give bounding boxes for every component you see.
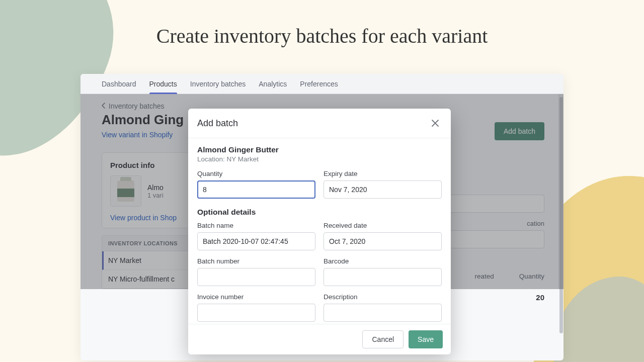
quantity-label: Quantity bbox=[197, 170, 315, 177]
expiry-date-input[interactable] bbox=[324, 180, 442, 199]
invoice-number-label: Invoice number bbox=[197, 293, 315, 301]
description-input[interactable] bbox=[324, 304, 442, 322]
barcode-label: Barcode bbox=[324, 257, 442, 265]
description-label: Description bbox=[324, 293, 442, 301]
batch-number-label: Batch number bbox=[197, 257, 315, 265]
received-date-label: Received date bbox=[324, 222, 442, 229]
modal-title: Add batch bbox=[197, 118, 238, 129]
nav-products[interactable]: Products bbox=[149, 74, 177, 94]
modal-location: Location: NY Market bbox=[197, 155, 442, 163]
cancel-button[interactable]: Cancel bbox=[362, 330, 404, 348]
nav-analytics[interactable]: Analytics bbox=[259, 74, 287, 94]
top-nav: Dashboard Products Inventory batches Ana… bbox=[80, 74, 564, 94]
modal-close-button[interactable] bbox=[429, 117, 442, 130]
optional-details-heading: Optional details bbox=[197, 208, 442, 217]
table-row-quantity: 20 bbox=[536, 293, 544, 302]
save-button[interactable]: Save bbox=[409, 330, 443, 348]
batch-number-input[interactable] bbox=[197, 268, 315, 286]
batch-name-label: Batch name bbox=[197, 222, 315, 229]
add-batch-modal: Add batch Almond Ginger Butter Location:… bbox=[188, 109, 451, 354]
hero-title: Create inventory batches for each varian… bbox=[0, 24, 644, 48]
received-date-input[interactable] bbox=[324, 232, 442, 250]
nav-inventory-batches[interactable]: Inventory batches bbox=[190, 74, 246, 94]
nav-dashboard[interactable]: Dashboard bbox=[102, 74, 136, 94]
batch-name-input[interactable] bbox=[197, 232, 315, 250]
nav-preferences[interactable]: Preferences bbox=[300, 74, 338, 94]
expiry-date-label: Expiry date bbox=[324, 170, 442, 177]
barcode-input[interactable] bbox=[324, 268, 442, 286]
invoice-number-input[interactable] bbox=[197, 304, 315, 322]
close-icon bbox=[431, 119, 440, 128]
quantity-input[interactable] bbox=[197, 180, 315, 199]
modal-product-name: Almond Ginger Butter bbox=[197, 145, 442, 154]
